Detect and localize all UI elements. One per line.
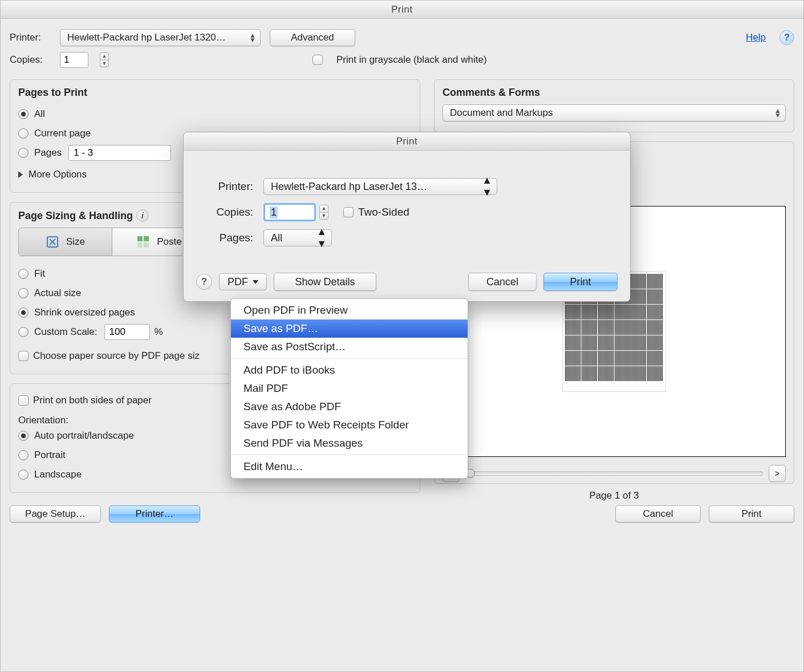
- two-sided-checkbox[interactable]: [343, 207, 354, 217]
- window-title: Print: [1, 1, 803, 19]
- select-caret-icon: ▲▼: [774, 108, 782, 118]
- menu-save-web-receipts[interactable]: Save PDF to Web Receipts Folder: [231, 416, 468, 434]
- actual-label: Actual size: [34, 288, 81, 299]
- sub-dialog-title: Print: [184, 132, 630, 151]
- menu-separator: [231, 358, 468, 359]
- orientation-auto-label: Auto portrait/landscape: [34, 430, 134, 442]
- seg-poster-label: Poste: [157, 236, 181, 248]
- menu-edit-menu[interactable]: Edit Menu…: [231, 458, 468, 476]
- stepper-down-icon[interactable]: ▼: [100, 60, 109, 67]
- sub-pages-value: All: [271, 232, 282, 244]
- info-icon[interactable]: i: [136, 209, 149, 222]
- main-print-button[interactable]: Print: [709, 505, 794, 523]
- chevron-down-icon: [253, 280, 258, 284]
- advanced-button[interactable]: Advanced: [270, 29, 355, 46]
- sizing-panel-title: Page Sizing & Handling: [18, 210, 133, 222]
- menu-save-as-pdf[interactable]: Save as PDF…: [231, 319, 468, 338]
- poster-icon: [136, 235, 150, 249]
- stepper-up-icon[interactable]: ▲: [100, 52, 109, 60]
- sub-copies-input[interactable]: 1: [263, 203, 316, 221]
- select-caret-icon: ▲▼: [482, 175, 492, 199]
- svg-rect-3: [137, 242, 143, 248]
- seg-size-label: Size: [66, 236, 85, 248]
- custom-unit: %: [155, 326, 163, 338]
- orientation-auto-radio[interactable]: [18, 431, 29, 441]
- print-dialog-window: Print Printer: Hewlett-Packard hp LaserJ…: [0, 0, 804, 672]
- shrink-radio[interactable]: [18, 307, 29, 318]
- both-sides-label: Print on both sides of paper: [33, 395, 152, 406]
- fit-radio[interactable]: [18, 269, 29, 279]
- pages-radio-current-label: Current page: [34, 128, 91, 139]
- grayscale-checkbox[interactable]: [312, 55, 323, 65]
- orientation-portrait-radio[interactable]: [18, 450, 29, 460]
- disclosure-triangle-icon[interactable]: [18, 171, 23, 178]
- pages-radio-range[interactable]: [18, 148, 29, 158]
- preview-zoom-slider[interactable]: [465, 471, 763, 476]
- menu-add-pdf-ibooks[interactable]: Add PDF to iBooks: [231, 361, 468, 379]
- two-sided-label: Two-Sided: [358, 206, 409, 218]
- system-print-dialog: Print Printer: Hewlett-Packard hp LaserJ…: [183, 132, 631, 302]
- sub-copies-stepper[interactable]: ▲ ▼: [319, 205, 328, 220]
- help-icon[interactable]: ?: [779, 30, 794, 45]
- size-icon: [46, 235, 59, 249]
- show-details-button[interactable]: Show Details: [274, 273, 376, 291]
- printer-select[interactable]: Hewlett-Packard hp LaserJet 1320… ▲▼: [60, 29, 261, 46]
- actual-radio[interactable]: [18, 288, 29, 298]
- pages-radio-all[interactable]: [18, 109, 29, 119]
- copies-stepper[interactable]: ▲ ▼: [100, 52, 109, 67]
- pages-radio-range-label: Pages: [34, 147, 62, 159]
- sub-cancel-button[interactable]: Cancel: [468, 273, 537, 291]
- preview-next-button[interactable]: >: [769, 465, 786, 482]
- menu-open-pdf-preview[interactable]: Open PDF in Preview: [231, 301, 468, 319]
- svg-rect-1: [137, 236, 143, 241]
- choose-paper-label: Choose paper source by PDF page siz: [33, 350, 200, 362]
- sub-pages-select[interactable]: All ▲▼: [263, 229, 332, 246]
- sub-printer-value: Hewlett-Packard hp LaserJet 13…: [271, 181, 427, 193]
- printer-label: Printer:: [10, 32, 51, 43]
- comments-select-value: Document and Markups: [450, 107, 553, 119]
- help-link[interactable]: Help: [746, 32, 766, 43]
- page-setup-button[interactable]: Page Setup…: [10, 505, 101, 523]
- menu-save-adobe-pdf[interactable]: Save as Adobe PDF: [231, 398, 468, 416]
- stepper-down-icon[interactable]: ▼: [319, 212, 328, 220]
- svg-rect-2: [144, 236, 149, 241]
- pdf-menu-button[interactable]: PDF: [219, 273, 267, 290]
- pdf-dropdown-menu: Open PDF in Preview Save as PDF… Save as…: [230, 298, 468, 479]
- custom-label: Custom Scale:: [34, 326, 98, 338]
- more-options[interactable]: More Options: [29, 169, 87, 180]
- both-sides-checkbox[interactable]: [18, 395, 29, 406]
- sub-printer-select[interactable]: Hewlett-Packard hp LaserJet 13… ▲▼: [263, 178, 497, 195]
- choose-paper-checkbox[interactable]: [18, 351, 29, 361]
- comments-select[interactable]: Document and Markups ▲▼: [442, 104, 786, 122]
- orientation-landscape-radio[interactable]: [18, 469, 29, 480]
- orientation-portrait-label: Portrait: [34, 450, 66, 461]
- select-caret-icon: ▲▼: [249, 33, 257, 42]
- menu-mail-pdf[interactable]: Mail PDF: [231, 379, 468, 398]
- printer-value: Hewlett-Packard hp LaserJet 1320…: [67, 32, 226, 43]
- fit-label: Fit: [34, 268, 45, 280]
- copies-label: Copies:: [10, 54, 51, 66]
- sub-pages-label: Pages:: [196, 232, 253, 244]
- shrink-label: Shrink oversized pages: [34, 307, 135, 318]
- menu-save-as-postscript[interactable]: Save as PostScript…: [231, 338, 468, 356]
- pages-radio-current[interactable]: [18, 128, 29, 139]
- sub-print-button[interactable]: Print: [543, 273, 618, 291]
- seg-size[interactable]: Size: [18, 228, 112, 256]
- custom-radio[interactable]: [18, 327, 29, 337]
- sub-copies-label: Copies:: [196, 206, 253, 218]
- menu-send-via-messages[interactable]: Send PDF via Messages: [231, 434, 468, 452]
- select-caret-icon: ▲▼: [316, 226, 327, 250]
- main-cancel-button[interactable]: Cancel: [615, 505, 701, 523]
- svg-rect-4: [144, 242, 149, 248]
- sub-copies-value: 1: [270, 207, 278, 218]
- stepper-up-icon[interactable]: ▲: [319, 205, 328, 212]
- custom-scale-input[interactable]: [104, 324, 150, 340]
- printer-button[interactable]: Printer…: [109, 505, 200, 523]
- pages-panel-title: Pages to Print: [18, 87, 412, 99]
- menu-separator: [231, 455, 468, 455]
- pages-range-input[interactable]: [68, 145, 171, 161]
- comments-panel-title: Comments & Forms: [442, 87, 786, 99]
- sub-help-icon[interactable]: ?: [196, 274, 212, 290]
- copies-input[interactable]: [60, 52, 88, 68]
- sub-printer-label: Printer:: [196, 180, 253, 193]
